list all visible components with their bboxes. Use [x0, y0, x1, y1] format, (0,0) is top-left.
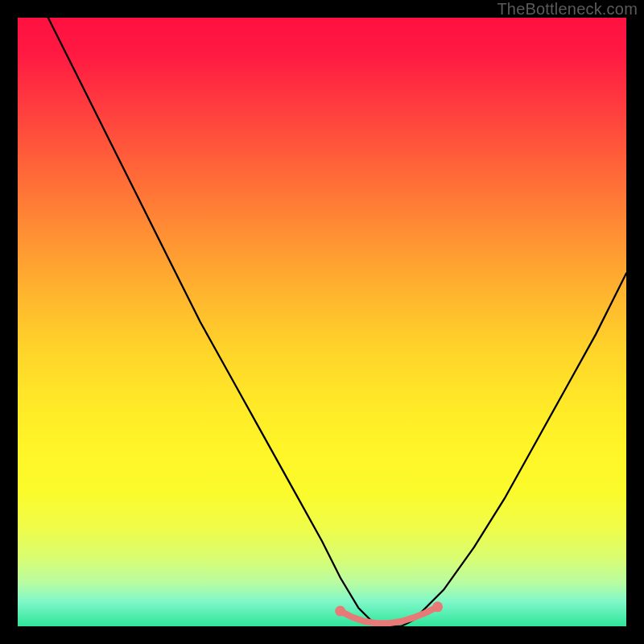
chart-frame: TheBottleneck.com — [0, 0, 644, 644]
curve-layer — [18, 18, 626, 626]
bottleneck-curve — [48, 18, 626, 626]
watermark-text: TheBottleneck.com — [497, 0, 638, 19]
plot-area — [18, 18, 626, 626]
marker-end-dot — [432, 601, 443, 612]
marker-end-dot — [335, 606, 345, 617]
